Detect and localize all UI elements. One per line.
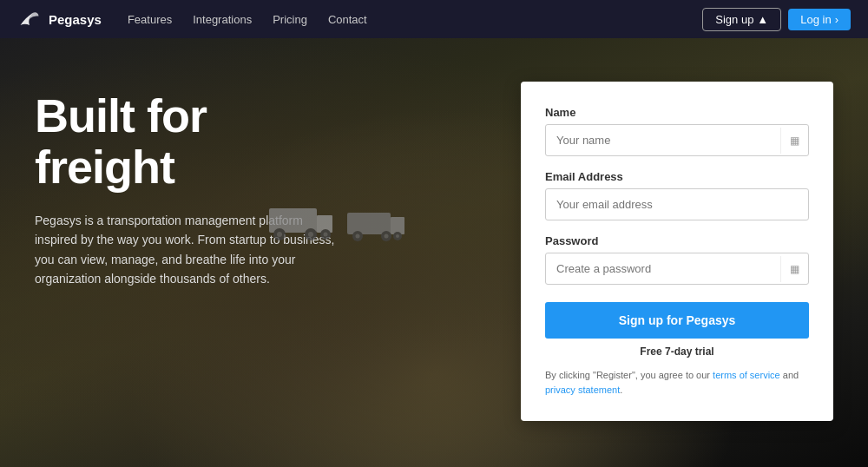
password-field-group: Password ▦ <box>545 234 809 285</box>
signup-nav-button[interactable]: Sign up ▲ <box>702 8 781 31</box>
nav-contact[interactable]: Contact <box>328 13 367 26</box>
nav-features[interactable]: Features <box>128 13 172 26</box>
password-input[interactable] <box>546 253 780 284</box>
svg-rect-8 <box>347 213 391 234</box>
terms-text: By clicking "Register", you agree to our… <box>545 368 809 397</box>
svg-point-3 <box>277 232 282 237</box>
trucks-illustration <box>269 191 408 252</box>
hero-section: Built for freight Pegasys is a transport… <box>0 38 868 467</box>
brand-name: Pegasys <box>49 12 102 27</box>
brand: Pegasys <box>17 7 102 31</box>
email-input[interactable] <box>545 188 809 220</box>
svg-point-11 <box>356 234 360 239</box>
svg-point-5 <box>308 232 313 237</box>
calendar-icon[interactable]: ▦ <box>780 128 808 154</box>
navbar: Pegasys Features Integrations Pricing Co… <box>0 0 868 38</box>
svg-point-13 <box>385 234 389 239</box>
name-label: Name <box>545 106 809 119</box>
name-input[interactable] <box>546 125 780 155</box>
chevron-up-icon: ▲ <box>757 13 768 26</box>
email-label: Email Address <box>545 170 809 183</box>
nav-pricing[interactable]: Pricing <box>273 13 307 26</box>
name-input-wrapper: ▦ <box>545 124 809 156</box>
nav-links: Features Integrations Pricing Contact <box>128 13 702 26</box>
hero-title: Built for freight <box>35 90 521 194</box>
signup-card: Name ▦ Email Address Password ▦ Sign up … <box>521 82 833 421</box>
password-toggle-icon[interactable]: ▦ <box>780 256 808 282</box>
chevron-right-icon: › <box>835 13 838 26</box>
brand-logo-icon <box>17 7 42 31</box>
privacy-link[interactable]: privacy statement <box>545 385 620 395</box>
name-field-group: Name ▦ <box>545 106 809 156</box>
nav-integrations[interactable]: Integrations <box>193 13 252 26</box>
svg-point-7 <box>324 233 328 237</box>
navbar-actions: Sign up ▲ Log in › <box>702 8 851 31</box>
email-field-group: Email Address <box>545 170 809 220</box>
password-input-wrapper: ▦ <box>545 253 809 285</box>
svg-point-15 <box>396 234 399 238</box>
password-label: Password <box>545 234 809 247</box>
terms-link[interactable]: terms of service <box>713 370 780 380</box>
login-nav-button[interactable]: Log in › <box>788 9 851 30</box>
trial-label: Free 7-day trial <box>545 345 809 358</box>
hero-text: Built for freight Pegasys is a transport… <box>35 73 521 288</box>
signup-submit-button[interactable]: Sign up for Pegasys <box>545 302 809 339</box>
